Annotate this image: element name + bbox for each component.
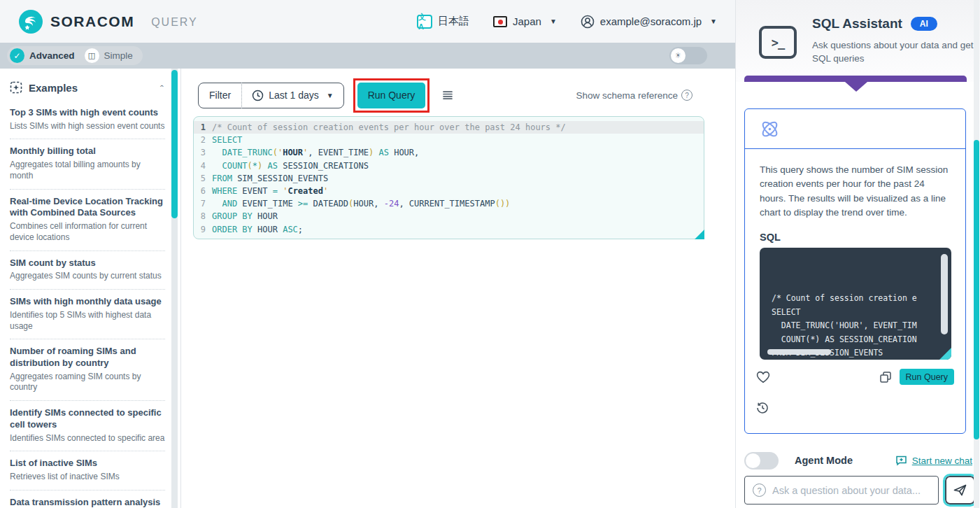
assistant-title: SQL Assistant xyxy=(812,16,902,31)
theme-toggle[interactable]: ☀ xyxy=(669,47,707,64)
assistant-divider-pointer xyxy=(845,82,867,92)
app-name: QUERY xyxy=(151,16,198,29)
code-token: ORDER BY xyxy=(212,223,253,236)
format-stack-icon[interactable] xyxy=(441,90,454,101)
code-token: = xyxy=(273,185,278,197)
line-number: 1 xyxy=(194,121,212,134)
example-item[interactable]: Top 3 SIMs with high event countsLists S… xyxy=(10,101,165,139)
editor-line[interactable]: 2SELECT xyxy=(194,134,704,146)
code-token: AS xyxy=(378,146,388,159)
code-token: ( xyxy=(248,160,253,172)
mode-simple[interactable]: ◫ Simple xyxy=(85,48,133,63)
run-query-button[interactable]: Run Query xyxy=(357,83,426,108)
code-token xyxy=(212,146,222,159)
code-token xyxy=(212,160,222,172)
code-token: ' xyxy=(283,185,287,197)
history-button[interactable] xyxy=(756,402,769,414)
mode-toolbar: ✓ Advanced ◫ Simple ☀ xyxy=(0,43,735,69)
account-label: example@soracom.jp xyxy=(600,15,702,27)
editor-line[interactable]: 4 COUNT(*) AS SESSION_CREATIONS xyxy=(194,160,704,172)
example-item-desc: Aggregates roaming SIM counts by country xyxy=(10,372,165,393)
atom-icon xyxy=(760,119,780,139)
line-number: 4 xyxy=(194,160,212,172)
example-item-title: Top 3 SIMs with high event counts xyxy=(10,107,165,119)
example-item[interactable]: Number of roaming SIMs and distribution … xyxy=(10,339,165,401)
assistant-message-text: This query shows the number of SIM sessi… xyxy=(745,149,965,220)
brand-name: SORACOM xyxy=(50,13,134,30)
question-icon: ? xyxy=(753,484,766,497)
example-item-title: List of inactive SIMs xyxy=(10,458,165,470)
panel-scrollbar-thumb[interactable] xyxy=(974,140,979,439)
agent-mode-toggle[interactable] xyxy=(744,452,779,470)
example-item-title: SIMs with high monthly data usage xyxy=(10,296,165,308)
code-token: () xyxy=(495,197,505,210)
editor-line[interactable]: 8GROUP BY HOUR xyxy=(194,210,704,223)
translate-icon: 文A xyxy=(417,15,432,29)
code-vertical-scrollbar[interactable] xyxy=(941,254,948,334)
code-token: , EVENT_TIME xyxy=(308,146,369,159)
collapse-chevron-icon[interactable]: ⌃ xyxy=(159,84,165,91)
brand: SORACOM QUERY xyxy=(18,9,198,34)
editor-line[interactable]: 7 AND EVENT_TIME >= DATEADD(HOUR, -24, C… xyxy=(194,197,704,210)
example-item[interactable]: Data transmission pattern analysisAnalyz… xyxy=(10,491,165,508)
examples-list: Top 3 SIMs with high event countsLists S… xyxy=(10,101,165,508)
code-token: ASC xyxy=(283,223,298,236)
filter-button[interactable]: Filter xyxy=(199,90,241,101)
split-view-icon: ◫ xyxy=(85,48,99,63)
favorite-query-button[interactable] xyxy=(756,371,770,383)
code-token xyxy=(262,160,267,172)
mode-advanced[interactable]: ✓ Advanced xyxy=(10,48,75,63)
example-item[interactable]: Identify SIMs connected to specific cell… xyxy=(10,401,165,451)
editor-line[interactable]: 3 DATE_TRUNC('HOUR', EVENT_TIME) AS HOUR… xyxy=(194,146,704,159)
example-item[interactable]: List of inactive SIMsRetrieves list of i… xyxy=(10,451,165,490)
example-item-desc: Retrieves list of inactive SIMs xyxy=(10,472,165,483)
account-menu[interactable]: example@soracom.jp ▼ xyxy=(581,15,717,29)
assistant-code-line: SELECT xyxy=(772,306,951,320)
code-token: Created xyxy=(287,185,323,197)
code-token: * xyxy=(253,160,257,172)
assistant-run-query-button[interactable]: Run Query xyxy=(900,369,954,385)
code-token: HOUR, xyxy=(353,197,383,210)
sun-icon: ☀ xyxy=(671,48,686,63)
chevron-down-icon: ▼ xyxy=(550,17,557,25)
example-item-title: Monthly billing total xyxy=(10,146,165,157)
language-selector[interactable]: 文A 日本語 xyxy=(417,15,469,29)
line-number: 5 xyxy=(194,172,212,185)
code-token: HOUR xyxy=(283,146,303,159)
line-number: 9 xyxy=(194,223,212,236)
start-new-chat-link[interactable]: Start new chat xyxy=(895,455,972,467)
show-schema-reference-link[interactable]: Show schema reference ? xyxy=(576,90,693,101)
assistant-code-line: DATE_TRUNC('HOUR', EVENT_TIM xyxy=(772,319,951,333)
editor-line[interactable]: 9ORDER BY HOUR ASC; xyxy=(194,223,704,236)
assistant-card-actions: Run Query xyxy=(745,369,965,385)
time-range-dropdown[interactable]: Last 1 days ▼ xyxy=(242,90,343,101)
help-icon: ? xyxy=(681,90,693,101)
query-main: Filter Last 1 days ▼ Run Query xyxy=(182,69,735,508)
sql-assistant-panel: >_ SQL Assistant AI Ask questions about … xyxy=(735,0,980,508)
example-item[interactable]: Real-time Device Location Tracking with … xyxy=(10,190,165,251)
editor-line[interactable]: 6WHERE EVENT = 'Created' xyxy=(194,185,704,197)
code-token: ; xyxy=(298,223,303,236)
example-item[interactable]: SIMs with high monthly data usageIdentif… xyxy=(10,290,165,339)
assistant-message-head xyxy=(745,109,965,149)
sql-editor[interactable]: 1/* Count of session creation events per… xyxy=(193,116,704,239)
line-number: 6 xyxy=(194,185,212,197)
code-horizontal-scrollbar[interactable] xyxy=(767,349,831,355)
code-token: SESSION_CREATIONS xyxy=(278,160,369,172)
code-token: DATE_TRUNC xyxy=(222,146,272,159)
assistant-header: >_ SQL Assistant AI Ask questions about … xyxy=(736,0,980,82)
example-item[interactable]: SIM count by statusAggregates SIM counts… xyxy=(10,251,165,290)
sidebar-scrollbar-thumb[interactable] xyxy=(171,70,178,218)
copy-sql-button[interactable] xyxy=(879,371,892,383)
assistant-sql-code[interactable]: /* Count of session creation eSELECT DAT… xyxy=(760,248,951,360)
send-button[interactable] xyxy=(945,476,975,505)
editor-line[interactable]: 5FROM SIM_SESSION_EVENTS xyxy=(194,172,704,185)
code-token: ' xyxy=(278,146,283,159)
code-token: EVENT_TIME xyxy=(237,197,298,210)
ask-question-input[interactable] xyxy=(772,485,930,496)
soracom-logo-icon xyxy=(18,9,43,34)
coverage-selector[interactable]: Japan ▼ xyxy=(493,15,557,27)
examples-section-header: Examples ⌃ xyxy=(10,76,165,101)
editor-line[interactable]: 1/* Count of session creation events per… xyxy=(194,121,704,134)
example-item[interactable]: Monthly billing totalAggregates total bi… xyxy=(10,139,165,189)
